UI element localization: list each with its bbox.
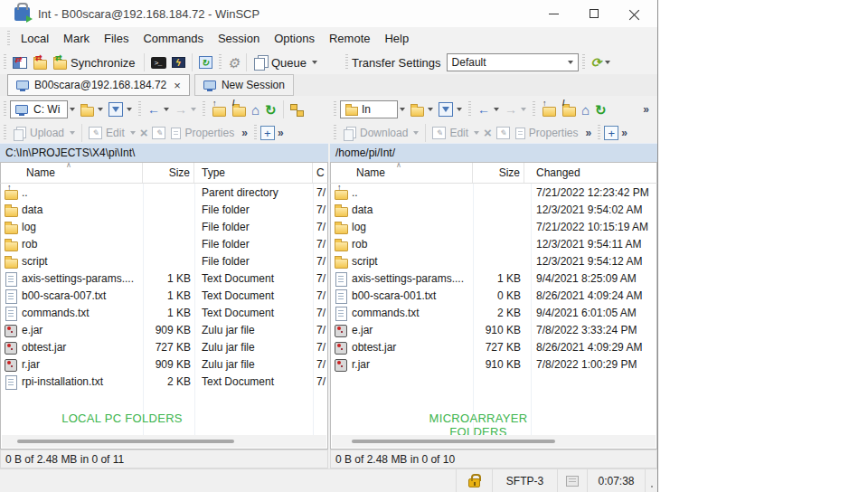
file-row[interactable]: axis-settings-params.... 1 KB 9/4/2021 8… — [331, 270, 656, 287]
column-header-changed[interactable]: C — [313, 163, 327, 183]
menu-item[interactable]: Local — [14, 27, 56, 51]
parent-directory-button[interactable]: ↑ — [209, 100, 229, 118]
synchronize-browsing-button[interactable]: ⇄ — [30, 53, 50, 71]
remote-file-list: .. 7/21/2022 12:23:42 PM data 12/3/2021 … — [330, 184, 657, 449]
add-button[interactable]: + — [260, 126, 275, 140]
console-button[interactable]: >_ — [148, 55, 169, 71]
remote-horizontal-scrollbar[interactable] — [332, 435, 656, 448]
column-header-name[interactable]: ∧ Name — [331, 163, 473, 183]
directory-tree-button[interactable] — [288, 101, 307, 118]
column-header-size[interactable]: Size — [143, 163, 194, 183]
column-header-changed[interactable]: Changed — [524, 163, 656, 183]
root-directory-button[interactable]: / — [229, 100, 249, 118]
file-row[interactable]: rob 12/3/2021 9:54:11 AM — [331, 235, 656, 252]
column-header-size[interactable]: Size — [473, 163, 524, 183]
transfer-preset-button[interactable]: ⟳ — [589, 53, 614, 71]
properties-button[interactable]: Properties — [168, 125, 239, 141]
file-row[interactable]: rpi-installation.txt 2 KB Text Document … — [1, 373, 327, 390]
preferences-button[interactable]: ⚙ — [225, 54, 242, 71]
upload-button[interactable]: Upload — [10, 125, 78, 142]
menu-item[interactable]: Commands — [136, 27, 210, 51]
open-directory-button[interactable] — [77, 100, 106, 118]
local-drive-dropdown[interactable]: C: Wi — [10, 100, 68, 118]
overflow-chevron-icon[interactable]: » — [640, 103, 652, 116]
file-row[interactable]: axis-settings-params.... 1 KB Text Docum… — [1, 270, 327, 287]
putty-button[interactable]: ϟ — [169, 55, 188, 70]
refresh-button[interactable]: ↻ — [592, 101, 609, 118]
home-directory-button[interactable]: ⌂ — [579, 101, 592, 118]
root-directory-button[interactable]: / — [559, 100, 579, 118]
security-cell[interactable] — [456, 469, 492, 492]
session-tab-active[interactable]: B00scara@192.168.184.72 × — [7, 74, 190, 96]
local-path-bar[interactable]: C:\In\PROJECTS\X4\pi\Int\ — [0, 143, 328, 162]
file-row[interactable]: .. Parent directory 7/ — [1, 184, 327, 201]
minimize-button[interactable] — [540, 0, 567, 27]
column-header-type[interactable]: Type — [194, 163, 313, 183]
rename-button[interactable]: ✎ — [149, 125, 168, 141]
local-horizontal-scrollbar[interactable] — [2, 435, 326, 448]
column-header-name[interactable]: ∧ Name — [1, 163, 143, 183]
file-row[interactable]: script 12/3/2021 9:54:12 AM — [331, 252, 656, 270]
back-button[interactable]: ← — [475, 101, 502, 118]
file-row[interactable]: r.jar 909 KB Zulu jar file 7/ — [1, 355, 327, 373]
file-row[interactable]: obtest.jar 727 KB Zulu jar file 7/ — [1, 338, 327, 355]
home-directory-button[interactable]: ⌂ — [249, 101, 262, 118]
scrollbar-thumb[interactable] — [352, 440, 555, 443]
menu-item[interactable]: Options — [267, 27, 322, 51]
close-button[interactable] — [621, 0, 648, 27]
download-button[interactable]: Download — [340, 125, 421, 142]
menu-item[interactable]: Files — [97, 27, 136, 51]
forward-button[interactable]: → — [172, 101, 199, 118]
back-button[interactable]: ← — [145, 101, 172, 118]
rename-button[interactable]: ✎ — [494, 125, 513, 141]
overflow-chevron-icon[interactable]: » — [275, 127, 287, 139]
file-row[interactable]: .. 7/21/2022 12:23:42 PM — [331, 184, 656, 201]
file-row[interactable]: r.jar 910 KB 7/8/2022 1:00:29 PM — [331, 355, 656, 373]
menu-item[interactable]: Mark — [56, 27, 97, 51]
menu-item[interactable]: Help — [377, 27, 416, 51]
maximize-button[interactable] — [580, 0, 608, 27]
transfer-settings-dropdown[interactable]: Default — [447, 53, 579, 71]
file-row[interactable]: commands.txt 2 KB 9/4/2021 6:01:05 AM — [331, 304, 656, 321]
overflow-chevron-icon[interactable]: » — [618, 127, 630, 139]
new-session-tab[interactable]: New Session — [194, 74, 294, 96]
file-row[interactable]: script File folder 7/ — [1, 252, 327, 270]
properties-button[interactable]: Properties — [513, 125, 583, 141]
delete-button[interactable]: × — [482, 127, 494, 139]
file-row[interactable]: e.jar 910 KB 7/8/2022 3:33:24 PM — [331, 321, 656, 338]
edit-button[interactable]: ✎ Edit — [86, 125, 138, 141]
remote-directory-dropdown[interactable]: In — [340, 100, 398, 118]
forward-button[interactable]: → — [502, 101, 529, 118]
remote-column-headers: ∧ Name Size Changed — [330, 162, 657, 184]
scrollbar-thumb[interactable] — [17, 440, 234, 443]
file-row[interactable]: data 12/3/2021 9:54:02 AM — [331, 201, 656, 218]
overflow-chevron-icon[interactable]: » — [239, 127, 250, 139]
filter-button[interactable] — [106, 100, 135, 118]
file-row[interactable]: rob File folder 7/ — [1, 235, 327, 252]
synchronize-button[interactable]: ⇄ Synchronize — [50, 53, 140, 71]
overflow-chevron-icon[interactable]: » — [583, 127, 595, 139]
refresh-session-button[interactable]: ↻ — [196, 54, 215, 71]
refresh-button[interactable]: ↻ — [262, 101, 279, 118]
add-button[interactable]: + — [604, 126, 618, 140]
file-row[interactable]: obtest.jar 727 KB 8/26/2021 4:09:29 AM — [331, 338, 656, 355]
file-row[interactable]: log 7/21/2022 10:15:19 AM — [331, 218, 656, 235]
delete-button[interactable]: × — [138, 127, 150, 139]
edit-button[interactable]: ✎ Edit — [429, 125, 482, 141]
resize-grip[interactable] — [645, 469, 657, 492]
compare-directories-button[interactable] — [10, 55, 30, 71]
file-row[interactable]: e.jar 909 KB Zulu jar file 7/ — [1, 321, 327, 338]
filter-button[interactable] — [436, 100, 465, 118]
file-row[interactable]: data File folder 7/ — [1, 201, 327, 218]
queue-button[interactable]: Queue — [250, 53, 320, 71]
parent-directory-button[interactable]: ↑ — [539, 100, 559, 118]
file-row[interactable]: b00-scara-001.txt 0 KB 8/26/2021 4:09:24… — [331, 287, 656, 304]
file-row[interactable]: log File folder 7/ — [1, 218, 327, 235]
remote-path-bar[interactable]: /home/pi/Int/ — [330, 143, 657, 162]
file-row[interactable]: b00-scara-007.txt 1 KB Text Document 7/ — [1, 287, 327, 304]
open-directory-button[interactable] — [407, 100, 436, 118]
file-row[interactable]: commands.txt 1 KB Text Document 7/ — [1, 304, 327, 321]
tab-close-icon[interactable]: × — [174, 79, 181, 92]
menu-item[interactable]: Session — [211, 27, 267, 51]
menu-item[interactable]: Remote — [322, 27, 378, 51]
